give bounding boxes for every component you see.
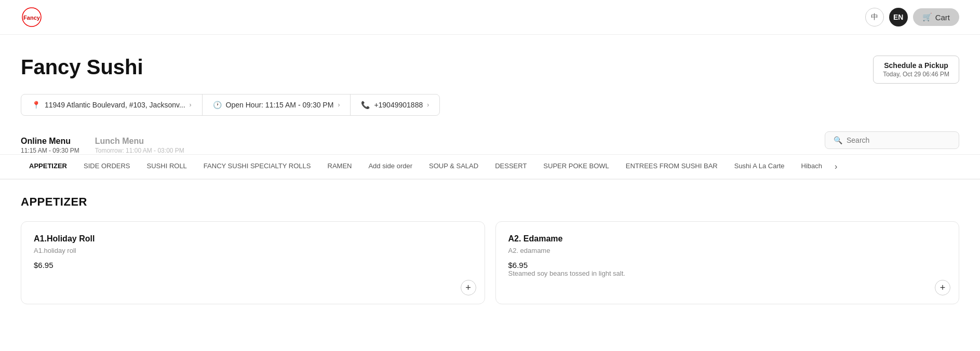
- category-nav: APPETIZER SIDE ORDERS SUSHI ROLL FANCY S…: [0, 155, 980, 180]
- menu-cards-grid: A1.Holiday Roll A1.holiday roll $6.95 + …: [21, 221, 959, 304]
- cat-item-sushi-roll[interactable]: SUSHI ROLL: [139, 155, 195, 180]
- online-menu-tab[interactable]: Online Menu 11:15 AM - 09:30 PM: [21, 137, 79, 154]
- cart-icon: 🛒: [922, 12, 932, 22]
- cat-item-soup-salad[interactable]: SOUP & SALAD: [421, 155, 487, 180]
- online-menu-label: Online Menu: [21, 137, 79, 146]
- clock-icon: 🕐: [213, 101, 222, 109]
- cat-nav-right-arrow-icon[interactable]: ›: [830, 155, 841, 179]
- cat-item-dessert[interactable]: DESSERT: [487, 155, 535, 180]
- online-menu-hours: 11:15 AM - 09:30 PM: [21, 147, 79, 154]
- header-right: 中 EN 🛒 Cart: [865, 8, 959, 26]
- address-chevron-icon: ›: [190, 101, 192, 109]
- hours-info[interactable]: 🕐 Open Hour: 11:15 AM - 09:30 PM ›: [203, 95, 351, 115]
- cat-item-sushi-a-la[interactable]: Sushi A La Carte: [726, 155, 793, 180]
- menu-item-a2[interactable]: A2. Edamame A2. edamame $6.95 Steamed so…: [495, 221, 960, 304]
- lang-zh-button[interactable]: 中: [865, 8, 884, 26]
- menu-tabs-section: Online Menu 11:15 AM - 09:30 PM Lunch Me…: [0, 126, 980, 155]
- address-text: 11949 Atlantic Boulevard, #103, Jacksonv…: [45, 101, 185, 109]
- hours-text: Open Hour: 11:15 AM - 09:30 PM: [226, 101, 334, 109]
- search-input[interactable]: [847, 136, 950, 144]
- restaurant-section: Fancy Sushi Schedule a Pickup Today, Oct…: [0, 35, 980, 94]
- cart-label: Cart: [935, 13, 950, 22]
- logo-area: Fancy: [21, 6, 43, 28]
- search-icon: 🔍: [834, 136, 842, 144]
- schedule-pickup-button[interactable]: Schedule a Pickup Today, Oct 29 06:46 PM: [873, 56, 959, 84]
- item-a1-price: $6.95: [34, 261, 472, 269]
- cart-button[interactable]: 🛒 Cart: [913, 8, 959, 26]
- phone-icon: 📞: [361, 101, 370, 109]
- restaurant-title: Fancy Sushi: [21, 56, 143, 79]
- info-bar: 📍 11949 Atlantic Boulevard, #103, Jackso…: [21, 94, 440, 116]
- cat-item-add-side[interactable]: Add side order: [360, 155, 421, 180]
- phone-info[interactable]: 📞 +19049901888 ›: [351, 95, 439, 115]
- logo-icon: Fancy: [21, 6, 43, 28]
- schedule-time: Today, Oct 29 06:46 PM: [883, 71, 949, 78]
- item-a1-name: A1.Holiday Roll: [34, 234, 472, 244]
- item-a2-desc: A2. edamame: [508, 247, 947, 254]
- cat-item-appetizer[interactable]: APPETIZER: [21, 155, 75, 180]
- section-title: APPETIZER: [21, 195, 959, 209]
- cat-item-entrees[interactable]: ENTREES FROM SUSHI BAR: [617, 155, 726, 180]
- svg-text:Fancy: Fancy: [23, 15, 41, 21]
- hours-chevron-icon: ›: [338, 101, 340, 109]
- header: Fancy 中 EN 🛒 Cart: [0, 0, 980, 35]
- add-a1-button[interactable]: +: [461, 280, 476, 295]
- content-section: APPETIZER A1.Holiday Roll A1.holiday rol…: [0, 180, 980, 320]
- add-a2-button[interactable]: +: [935, 280, 950, 295]
- item-a2-extra-desc: Steamed soy beans tossed in light salt.: [508, 269, 947, 277]
- item-a2-price: $6.95: [508, 261, 947, 269]
- location-icon: 📍: [32, 101, 41, 109]
- item-a1-desc: A1.holiday roll: [34, 247, 472, 254]
- phone-chevron-icon: ›: [427, 101, 429, 109]
- cat-item-ramen[interactable]: RAMEN: [319, 155, 360, 180]
- cat-item-hibach[interactable]: Hibach: [793, 155, 830, 180]
- lunch-menu-tab[interactable]: Lunch Menu Tomorrow: 11:00 AM - 03:00 PM: [95, 137, 184, 154]
- cat-item-fancy-specialty[interactable]: FANCY SUSHI SPECIALTY ROLLS: [195, 155, 319, 180]
- menu-types: Online Menu 11:15 AM - 09:30 PM Lunch Me…: [21, 137, 184, 154]
- lunch-menu-label: Lunch Menu: [95, 137, 184, 146]
- search-box: 🔍: [825, 131, 959, 149]
- schedule-label: Schedule a Pickup: [883, 61, 949, 70]
- lunch-menu-hours: Tomorrow: 11:00 AM - 03:00 PM: [95, 147, 184, 154]
- cat-item-side-orders[interactable]: SIDE ORDERS: [75, 155, 139, 180]
- lang-en-button[interactable]: EN: [889, 8, 908, 26]
- item-a2-name: A2. Edamame: [508, 234, 947, 244]
- phone-text: +19049901888: [374, 101, 423, 109]
- cat-item-poke-bowl[interactable]: SUPER POKE BOWL: [535, 155, 617, 180]
- address-info[interactable]: 📍 11949 Atlantic Boulevard, #103, Jackso…: [21, 95, 203, 115]
- menu-item-a1[interactable]: A1.Holiday Roll A1.holiday roll $6.95 +: [21, 221, 485, 304]
